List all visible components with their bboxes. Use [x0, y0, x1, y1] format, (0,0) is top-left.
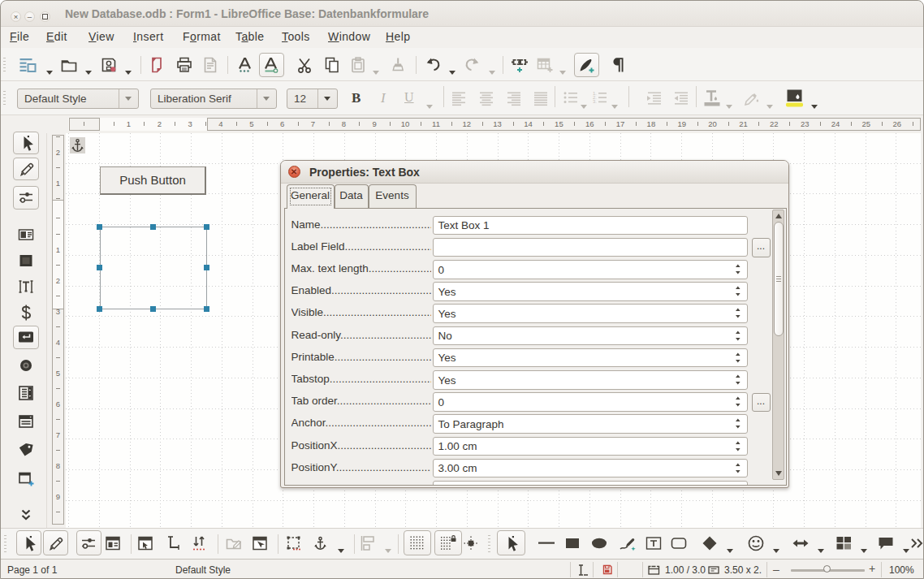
svg-text:3.: 3.: [593, 99, 597, 104]
